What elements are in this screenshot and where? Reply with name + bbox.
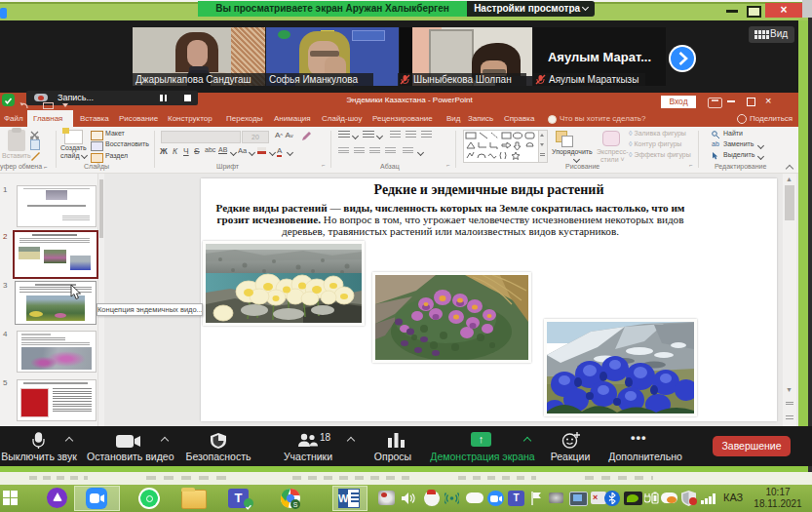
svg-text:S: S: [293, 501, 298, 508]
